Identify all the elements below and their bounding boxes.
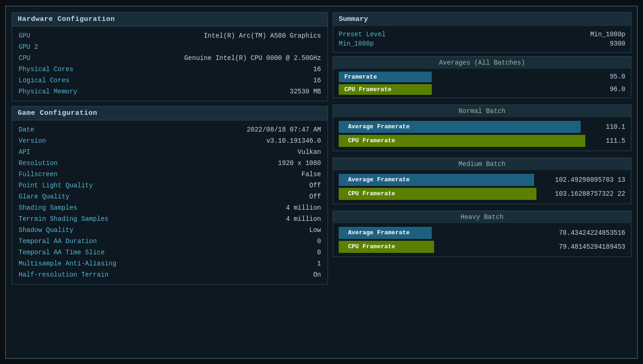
normal-avg-value: 110.1 xyxy=(597,123,625,131)
normal-batch-title: Normal Batch xyxy=(333,105,631,117)
heavy-batch-title: Heavy Batch xyxy=(333,211,631,223)
game-value-fullscreen: False xyxy=(301,171,321,178)
normal-cpu-value: 111.5 xyxy=(597,137,625,145)
preset-row-min: Min_1080p 9300 xyxy=(339,39,625,48)
medium-cpu-row: CPU Framerate 103.16288757322 22 xyxy=(339,188,625,200)
preset-row-level: Preset Level Min_1080p xyxy=(339,30,625,39)
heavy-cpu-bar-label: CPU Framerate xyxy=(342,241,426,252)
averages-content: Framerate 95.0 CPU Framerate 96.0 xyxy=(333,69,631,98)
game-row-fullscreen: Fullscreen False xyxy=(12,169,328,180)
game-title: Game Configuration xyxy=(12,106,328,120)
medium-avg-bar-container: Average Framerate xyxy=(339,174,551,186)
game-value-point-light: Off xyxy=(309,182,321,189)
medium-avg-row: Average Framerate 102.49298095703 13 xyxy=(339,174,625,186)
normal-cpu-bar-container: CPU Framerate xyxy=(339,135,594,147)
game-label-shadow: Shadow Quality xyxy=(19,226,74,234)
game-label-terrain-shading: Terrain Shading Samples xyxy=(19,215,108,223)
game-label-temporal-slice: Temporal AA Time Slice xyxy=(19,249,105,256)
game-value-temporal-slice: 0 xyxy=(317,249,321,256)
preset-label: Preset Level xyxy=(339,31,386,38)
avg-cpu-label: CPU Framerate xyxy=(339,84,432,95)
game-label-temporal-duration: Temporal AA Duration xyxy=(19,238,97,245)
game-label-half-res: Half-resolution Terrain xyxy=(19,271,108,278)
heavy-avg-bar-container: Average Framerate xyxy=(339,227,555,239)
game-label-version: Version xyxy=(19,137,46,145)
heavy-avg-value: 78.43424224853516 xyxy=(559,229,625,237)
summary-title: Summary xyxy=(333,13,631,26)
normal-avg-bar-fill: Average Framerate xyxy=(339,121,581,133)
min-value: 9300 xyxy=(610,40,625,47)
game-label-fullscreen: Fullscreen xyxy=(19,171,58,178)
heavy-cpu-bar-container: CPU Framerate xyxy=(339,241,555,253)
game-value-resolution: 1920 x 1080 xyxy=(278,159,321,167)
hw-row-cpu: CPU Genuine Intel(R) CPU 0000 @ 2.50GHz xyxy=(12,53,328,64)
medium-batch-section: Medium Batch Average Framerate 102.49298… xyxy=(333,158,631,204)
heavy-batch-section: Heavy Batch Average Framerate 78.4342422… xyxy=(333,211,631,257)
hw-label-gpu: GPU xyxy=(19,32,30,40)
hw-label-logical-cores: Logical Cores xyxy=(19,77,69,84)
game-row-shadow: Shadow Quality Low xyxy=(12,225,328,236)
hw-row-logical-cores: Logical Cores 16 xyxy=(12,75,328,86)
normal-batch-section: Normal Batch Average Framerate 110.1 CPU… xyxy=(333,105,631,151)
avg-cpu-row: CPU Framerate 96.0 xyxy=(339,84,625,95)
hw-label-cpu: CPU xyxy=(19,54,30,62)
game-label-point-light: Point Light Quality xyxy=(19,182,93,189)
game-content: Date 2022/08/18 07:47 AM Version v3.10.1… xyxy=(12,120,328,285)
medium-cpu-value: 103.16288757322 22 xyxy=(555,190,625,198)
hw-label-physical-memory: Physical Memory xyxy=(19,88,77,95)
heavy-avg-bar-fill: Average Framerate xyxy=(339,227,432,239)
hw-row-physical-cores: Physical Cores 16 xyxy=(12,64,328,75)
medium-avg-bar-fill: Average Framerate xyxy=(339,174,534,186)
hardware-content: GPU Intel(R) Arc(TM) A580 Graphics GPU 2… xyxy=(12,26,328,101)
game-label-resolution: Resolution xyxy=(19,159,58,167)
avg-framerate-value: 95.0 xyxy=(610,73,625,80)
normal-avg-row: Average Framerate 110.1 xyxy=(339,121,625,133)
summary-content: Preset Level Min_1080p Min_1080p 9300 xyxy=(333,26,631,52)
hw-row-gpu2: GPU 2 xyxy=(12,41,328,53)
game-value-shading: 4 million xyxy=(286,204,321,212)
left-panel: Hardware Configuration GPU Intel(R) Arc(… xyxy=(12,12,328,352)
hw-row-gpu: GPU Intel(R) Arc(TM) A580 Graphics xyxy=(12,30,328,41)
normal-cpu-bar-fill: CPU Framerate xyxy=(339,135,585,147)
avg-framerate-label: Framerate xyxy=(339,72,432,82)
normal-cpu-row: CPU Framerate 111.5 xyxy=(339,135,625,147)
preset-value: Min_1080p xyxy=(590,31,625,38)
game-value-temporal-duration: 0 xyxy=(317,238,321,245)
game-label-date: Date xyxy=(19,126,34,133)
game-value-terrain-shading: 4 million xyxy=(286,215,321,223)
hw-label-gpu2: GPU 2 xyxy=(19,43,38,51)
game-row-temporal-slice: Temporal AA Time Slice 0 xyxy=(12,247,328,258)
averages-section: Averages (All Batches) Framerate 95.0 CP… xyxy=(333,56,631,98)
heavy-cpu-row: CPU Framerate 79.48145294189453 xyxy=(339,241,625,253)
game-row-version: Version v3.10.191346.0 xyxy=(12,135,328,146)
game-value-date: 2022/08/18 07:47 AM xyxy=(247,126,321,133)
averages-title: Averages (All Batches) xyxy=(333,57,631,69)
game-label-shading: Shading Samples xyxy=(19,204,77,212)
main-container: Hardware Configuration GPU Intel(R) Arc(… xyxy=(5,6,638,359)
normal-avg-bar-label: Average Framerate xyxy=(342,121,426,132)
heavy-cpu-value: 79.48145294189453 xyxy=(559,243,625,251)
game-value-half-res: On xyxy=(313,271,321,278)
game-value-glare: Off xyxy=(309,193,321,200)
game-row-half-res: Half-resolution Terrain On xyxy=(12,269,328,280)
game-row-point-light: Point Light Quality Off xyxy=(12,180,328,191)
heavy-batch-content: Average Framerate 78.43424224853516 CPU … xyxy=(333,223,631,257)
medium-cpu-bar-fill: CPU Framerate xyxy=(339,188,536,200)
avg-cpu-value: 96.0 xyxy=(610,86,625,93)
right-panel: Summary Preset Level Min_1080p Min_1080p… xyxy=(333,12,631,352)
normal-avg-bar-container: Average Framerate xyxy=(339,121,594,133)
normal-cpu-bar-label: CPU Framerate xyxy=(342,135,426,146)
game-label-msaa: Multisample Anti-Aliasing xyxy=(19,260,116,267)
heavy-avg-bar-label: Average Framerate xyxy=(342,227,426,238)
game-row-msaa: Multisample Anti-Aliasing 1 xyxy=(12,258,328,269)
game-value-version: v3.10.191346.0 xyxy=(266,137,321,145)
hw-row-physical-memory: Physical Memory 32530 MB xyxy=(12,86,328,97)
game-section: Game Configuration Date 2022/08/18 07:47… xyxy=(12,106,328,285)
game-row-temporal-duration: Temporal AA Duration 0 xyxy=(12,236,328,247)
hw-value-physical-memory: 32530 MB xyxy=(290,88,321,95)
medium-batch-title: Medium Batch xyxy=(333,158,631,170)
hw-value-physical-cores: 16 xyxy=(313,66,321,73)
hw-value-gpu: Intel(R) Arc(TM) A580 Graphics xyxy=(204,32,321,40)
min-label: Min_1080p xyxy=(339,40,374,47)
summary-section: Summary Preset Level Min_1080p Min_1080p… xyxy=(333,12,631,53)
